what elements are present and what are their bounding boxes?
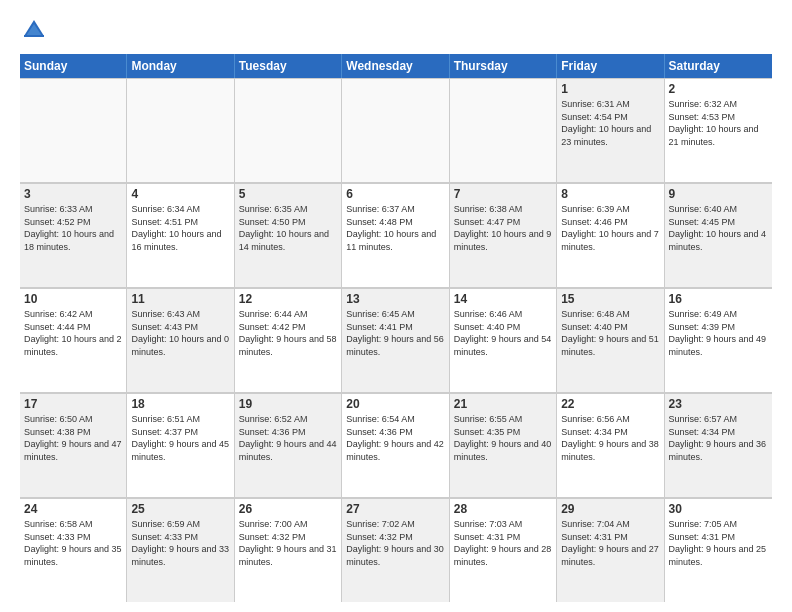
- day-info: Sunrise: 6:51 AM Sunset: 4:37 PM Dayligh…: [131, 413, 229, 463]
- cal-header-friday: Friday: [557, 54, 664, 78]
- cal-cell-5: 5Sunrise: 6:35 AM Sunset: 4:50 PM Daylig…: [235, 183, 342, 287]
- cal-cell-15: 15Sunrise: 6:48 AM Sunset: 4:40 PM Dayli…: [557, 288, 664, 392]
- day-info: Sunrise: 6:57 AM Sunset: 4:34 PM Dayligh…: [669, 413, 768, 463]
- day-number: 5: [239, 187, 337, 201]
- calendar-body: 1Sunrise: 6:31 AM Sunset: 4:54 PM Daylig…: [20, 78, 772, 602]
- day-number: 1: [561, 82, 659, 96]
- day-info: Sunrise: 6:38 AM Sunset: 4:47 PM Dayligh…: [454, 203, 552, 253]
- cal-cell-3: 3Sunrise: 6:33 AM Sunset: 4:52 PM Daylig…: [20, 183, 127, 287]
- cal-cell-12: 12Sunrise: 6:44 AM Sunset: 4:42 PM Dayli…: [235, 288, 342, 392]
- day-number: 6: [346, 187, 444, 201]
- day-info: Sunrise: 7:04 AM Sunset: 4:31 PM Dayligh…: [561, 518, 659, 568]
- day-number: 19: [239, 397, 337, 411]
- day-number: 29: [561, 502, 659, 516]
- calendar: SundayMondayTuesdayWednesdayThursdayFrid…: [20, 54, 772, 602]
- cal-cell-18: 18Sunrise: 6:51 AM Sunset: 4:37 PM Dayli…: [127, 393, 234, 497]
- day-info: Sunrise: 6:39 AM Sunset: 4:46 PM Dayligh…: [561, 203, 659, 253]
- cal-week-3: 17Sunrise: 6:50 AM Sunset: 4:38 PM Dayli…: [20, 393, 772, 498]
- cal-week-1: 3Sunrise: 6:33 AM Sunset: 4:52 PM Daylig…: [20, 183, 772, 288]
- day-number: 8: [561, 187, 659, 201]
- cal-week-4: 24Sunrise: 6:58 AM Sunset: 4:33 PM Dayli…: [20, 498, 772, 602]
- day-info: Sunrise: 6:32 AM Sunset: 4:53 PM Dayligh…: [669, 98, 768, 148]
- day-number: 23: [669, 397, 768, 411]
- cal-cell-8: 8Sunrise: 6:39 AM Sunset: 4:46 PM Daylig…: [557, 183, 664, 287]
- cal-cell-2: 2Sunrise: 6:32 AM Sunset: 4:53 PM Daylig…: [665, 78, 772, 182]
- day-info: Sunrise: 6:33 AM Sunset: 4:52 PM Dayligh…: [24, 203, 122, 253]
- day-number: 25: [131, 502, 229, 516]
- day-number: 11: [131, 292, 229, 306]
- cal-header-saturday: Saturday: [665, 54, 772, 78]
- cal-cell-empty-0-0: [20, 78, 127, 182]
- page: SundayMondayTuesdayWednesdayThursdayFrid…: [0, 0, 792, 612]
- cal-cell-21: 21Sunrise: 6:55 AM Sunset: 4:35 PM Dayli…: [450, 393, 557, 497]
- cal-cell-6: 6Sunrise: 6:37 AM Sunset: 4:48 PM Daylig…: [342, 183, 449, 287]
- day-info: Sunrise: 6:46 AM Sunset: 4:40 PM Dayligh…: [454, 308, 552, 358]
- cal-cell-24: 24Sunrise: 6:58 AM Sunset: 4:33 PM Dayli…: [20, 498, 127, 602]
- day-info: Sunrise: 6:48 AM Sunset: 4:40 PM Dayligh…: [561, 308, 659, 358]
- cal-cell-13: 13Sunrise: 6:45 AM Sunset: 4:41 PM Dayli…: [342, 288, 449, 392]
- cal-cell-17: 17Sunrise: 6:50 AM Sunset: 4:38 PM Dayli…: [20, 393, 127, 497]
- day-info: Sunrise: 6:37 AM Sunset: 4:48 PM Dayligh…: [346, 203, 444, 253]
- day-info: Sunrise: 6:50 AM Sunset: 4:38 PM Dayligh…: [24, 413, 122, 463]
- day-number: 27: [346, 502, 444, 516]
- day-number: 13: [346, 292, 444, 306]
- day-info: Sunrise: 6:34 AM Sunset: 4:51 PM Dayligh…: [131, 203, 229, 253]
- cal-header-tuesday: Tuesday: [235, 54, 342, 78]
- cal-cell-30: 30Sunrise: 7:05 AM Sunset: 4:31 PM Dayli…: [665, 498, 772, 602]
- day-info: Sunrise: 6:31 AM Sunset: 4:54 PM Dayligh…: [561, 98, 659, 148]
- day-number: 24: [24, 502, 122, 516]
- day-number: 16: [669, 292, 768, 306]
- cal-cell-26: 26Sunrise: 7:00 AM Sunset: 4:32 PM Dayli…: [235, 498, 342, 602]
- day-number: 4: [131, 187, 229, 201]
- day-info: Sunrise: 6:52 AM Sunset: 4:36 PM Dayligh…: [239, 413, 337, 463]
- cal-cell-23: 23Sunrise: 6:57 AM Sunset: 4:34 PM Dayli…: [665, 393, 772, 497]
- day-number: 30: [669, 502, 768, 516]
- cal-cell-20: 20Sunrise: 6:54 AM Sunset: 4:36 PM Dayli…: [342, 393, 449, 497]
- cal-cell-19: 19Sunrise: 6:52 AM Sunset: 4:36 PM Dayli…: [235, 393, 342, 497]
- day-number: 2: [669, 82, 768, 96]
- day-info: Sunrise: 6:44 AM Sunset: 4:42 PM Dayligh…: [239, 308, 337, 358]
- day-info: Sunrise: 6:40 AM Sunset: 4:45 PM Dayligh…: [669, 203, 768, 253]
- cal-cell-empty-0-3: [342, 78, 449, 182]
- day-info: Sunrise: 7:03 AM Sunset: 4:31 PM Dayligh…: [454, 518, 552, 568]
- day-info: Sunrise: 6:59 AM Sunset: 4:33 PM Dayligh…: [131, 518, 229, 568]
- day-number: 18: [131, 397, 229, 411]
- cal-cell-29: 29Sunrise: 7:04 AM Sunset: 4:31 PM Dayli…: [557, 498, 664, 602]
- header: [20, 16, 772, 44]
- day-info: Sunrise: 7:02 AM Sunset: 4:32 PM Dayligh…: [346, 518, 444, 568]
- day-info: Sunrise: 6:35 AM Sunset: 4:50 PM Dayligh…: [239, 203, 337, 253]
- day-number: 15: [561, 292, 659, 306]
- calendar-header-row: SundayMondayTuesdayWednesdayThursdayFrid…: [20, 54, 772, 78]
- day-number: 22: [561, 397, 659, 411]
- cal-cell-11: 11Sunrise: 6:43 AM Sunset: 4:43 PM Dayli…: [127, 288, 234, 392]
- day-number: 3: [24, 187, 122, 201]
- cal-cell-28: 28Sunrise: 7:03 AM Sunset: 4:31 PM Dayli…: [450, 498, 557, 602]
- cal-header-wednesday: Wednesday: [342, 54, 449, 78]
- cal-week-0: 1Sunrise: 6:31 AM Sunset: 4:54 PM Daylig…: [20, 78, 772, 183]
- day-info: Sunrise: 6:55 AM Sunset: 4:35 PM Dayligh…: [454, 413, 552, 463]
- cal-header-sunday: Sunday: [20, 54, 127, 78]
- cal-cell-4: 4Sunrise: 6:34 AM Sunset: 4:51 PM Daylig…: [127, 183, 234, 287]
- cal-cell-16: 16Sunrise: 6:49 AM Sunset: 4:39 PM Dayli…: [665, 288, 772, 392]
- day-info: Sunrise: 6:43 AM Sunset: 4:43 PM Dayligh…: [131, 308, 229, 358]
- day-info: Sunrise: 6:58 AM Sunset: 4:33 PM Dayligh…: [24, 518, 122, 568]
- day-number: 7: [454, 187, 552, 201]
- cal-cell-14: 14Sunrise: 6:46 AM Sunset: 4:40 PM Dayli…: [450, 288, 557, 392]
- day-number: 9: [669, 187, 768, 201]
- cal-cell-22: 22Sunrise: 6:56 AM Sunset: 4:34 PM Dayli…: [557, 393, 664, 497]
- logo-icon: [20, 16, 48, 44]
- day-number: 17: [24, 397, 122, 411]
- cal-cell-25: 25Sunrise: 6:59 AM Sunset: 4:33 PM Dayli…: [127, 498, 234, 602]
- cal-header-monday: Monday: [127, 54, 234, 78]
- cal-cell-empty-0-2: [235, 78, 342, 182]
- cal-header-thursday: Thursday: [450, 54, 557, 78]
- cal-week-2: 10Sunrise: 6:42 AM Sunset: 4:44 PM Dayli…: [20, 288, 772, 393]
- cal-cell-empty-0-1: [127, 78, 234, 182]
- cal-cell-1: 1Sunrise: 6:31 AM Sunset: 4:54 PM Daylig…: [557, 78, 664, 182]
- logo: [20, 16, 52, 44]
- day-info: Sunrise: 6:45 AM Sunset: 4:41 PM Dayligh…: [346, 308, 444, 358]
- cal-cell-27: 27Sunrise: 7:02 AM Sunset: 4:32 PM Dayli…: [342, 498, 449, 602]
- day-number: 12: [239, 292, 337, 306]
- day-number: 21: [454, 397, 552, 411]
- day-info: Sunrise: 6:54 AM Sunset: 4:36 PM Dayligh…: [346, 413, 444, 463]
